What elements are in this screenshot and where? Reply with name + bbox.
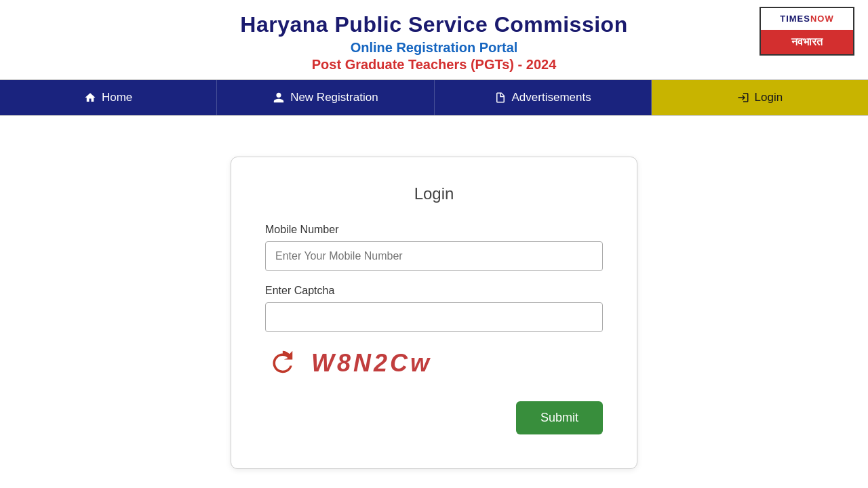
page-header: Haryana Public Service Commission Online… [0,0,868,79]
user-icon [273,92,285,104]
nav-login-label: Login [755,91,783,104]
sign-in-icon [737,92,749,104]
captcha-group: Enter Captcha [265,285,603,332]
nav-new-registration-label: New Registration [290,91,378,104]
refresh-icon [267,347,299,380]
nav-advertisements[interactable]: Advertisements [435,80,652,115]
captcha-code: W8N2Cw [311,349,432,378]
captcha-label: Enter Captcha [265,285,603,297]
file-icon [494,92,507,104]
main-nav: Home New Registration Advertisements Log… [0,79,868,116]
captcha-refresh-button[interactable] [265,346,300,381]
captcha-display-section: W8N2Cw [265,346,603,381]
captcha-input[interactable] [265,302,603,332]
post-title: Post Graduate Teachers (PGTs) - 2024 [0,57,868,73]
times-now-text: TIMESNOW [780,14,834,24]
nav-bharat-text: नवभारत [761,30,853,54]
nav-home-label: Home [102,91,132,104]
login-card: Login Mobile Number Enter Captcha W8N2Cw… [231,157,637,469]
mobile-number-label: Mobile Number [265,224,603,236]
portal-subtitle: Online Registration Portal [0,40,868,56]
times-now-logo: TIMESNOW नवभारत [760,7,854,56]
submit-button[interactable]: Submit [516,401,603,434]
nav-login[interactable]: Login [652,80,868,115]
times-now-top: TIMESNOW [761,8,853,30]
mobile-number-group: Mobile Number [265,224,603,271]
now-text: NOW [810,14,834,24]
mobile-number-input[interactable] [265,241,603,271]
login-card-wrapper: Login Mobile Number Enter Captcha W8N2Cw… [0,116,868,469]
login-title: Login [265,184,603,203]
times-text: TIMES [780,14,810,24]
nav-advertisements-label: Advertisements [512,91,591,104]
org-title: Haryana Public Service Commission [0,12,868,37]
nav-new-registration[interactable]: New Registration [217,80,434,115]
home-icon [84,92,96,104]
submit-row: Submit [265,401,603,434]
nav-home[interactable]: Home [0,80,217,115]
